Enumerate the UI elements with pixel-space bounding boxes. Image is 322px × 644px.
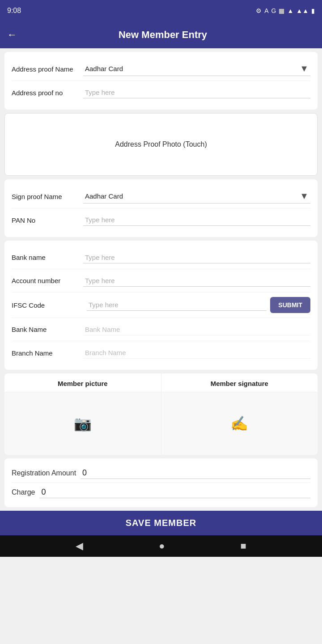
member-signature-upload[interactable]: ✍	[161, 392, 318, 455]
media-upload-row: 📷 ✍	[4, 392, 318, 455]
top-bar: ← New Member Entry	[0, 21, 322, 48]
nav-back-icon[interactable]: ◀	[76, 540, 83, 552]
address-proof-photo-label: Address Proof Photo (Touch)	[115, 139, 207, 150]
bank-details-section: Bank name Account number IFSC Code SUBMI…	[4, 241, 318, 370]
address-proof-name-row: Address proof Name Aadhar Card ▼	[12, 57, 310, 81]
address-proof-no-row: Address proof no	[12, 81, 310, 104]
member-signature-header: Member signature	[161, 373, 318, 392]
address-proof-photo-box[interactable]: Address Proof Photo (Touch)	[4, 113, 318, 176]
address-proof-name-value: Aadhar Card	[85, 65, 123, 72]
sign-proof-name-row: Sign proof Name Aadhar Card ▼	[12, 185, 310, 208]
address-proof-no-label: Address proof no	[12, 89, 83, 97]
bank-name-input[interactable]	[83, 252, 310, 263]
registration-amount-value: 0	[80, 467, 310, 479]
charge-label: Charge	[12, 488, 35, 496]
charge-value: 0	[39, 487, 310, 498]
sign-proof-section: Sign proof Name Aadhar Card ▼ PAN No	[4, 179, 318, 237]
pan-no-row: PAN No	[12, 208, 310, 232]
sign-dropdown-arrow-icon: ▼	[300, 191, 309, 201]
branch-name-auto-value: Branch Name	[83, 347, 310, 359]
pan-no-label: PAN No	[12, 216, 83, 224]
status-time: 9:08	[7, 7, 21, 15]
status-bar: 9:08 ⚙ A G ▦ ▲ ▲▲ ▮	[0, 0, 322, 21]
address-proof-section: Address proof Name Aadhar Card ▼ Address…	[4, 52, 318, 110]
registration-amount-label: Registration Amount	[12, 469, 76, 477]
back-icon: ←	[7, 29, 17, 41]
signature-upload-icon: ✍	[230, 415, 248, 432]
picture-upload-icon: 📷	[74, 415, 92, 432]
sign-proof-name-dropdown[interactable]: Aadhar Card ▼	[83, 189, 310, 203]
charge-row: Charge 0	[12, 483, 310, 502]
signal-icon: ▲▲	[296, 7, 309, 14]
g-icon: G	[271, 7, 276, 14]
account-number-input[interactable]	[83, 275, 310, 287]
address-proof-name-label: Address proof Name	[12, 65, 83, 73]
ifsc-input[interactable]	[87, 299, 267, 311]
sim-icon: ▦	[279, 7, 284, 14]
account-number-row: Account number	[12, 269, 310, 292]
settings-icon: ⚙	[256, 7, 262, 14]
a-icon: A	[264, 7, 268, 14]
ifsc-submit-button[interactable]: SUBMIT	[270, 297, 310, 313]
bank-name-auto-value: Bank Name	[83, 324, 310, 335]
account-number-label: Account number	[12, 277, 83, 284]
battery-icon: ▮	[311, 7, 315, 14]
dropdown-arrow-icon: ▼	[300, 64, 309, 74]
back-button[interactable]: ←	[7, 29, 17, 41]
nav-home-icon[interactable]: ●	[159, 540, 165, 552]
registration-amount-row: Registration Amount 0	[12, 464, 310, 483]
address-proof-name-dropdown[interactable]: Aadhar Card ▼	[83, 62, 310, 76]
media-header-row: Member picture Member signature	[4, 373, 318, 392]
bank-name-row: Bank name	[12, 246, 310, 269]
branch-name-label: Branch Name	[12, 349, 83, 357]
ifsc-row: IFSC Code SUBMIT	[12, 292, 310, 318]
address-proof-no-input[interactable]	[83, 87, 310, 98]
member-picture-header: Member picture	[4, 373, 161, 392]
media-section: Member picture Member signature 📷 ✍	[4, 373, 318, 455]
save-member-button[interactable]: SAVE MEMBER	[126, 518, 196, 528]
save-bar: SAVE MEMBER	[0, 511, 322, 535]
ifsc-label: IFSC Code	[12, 301, 83, 309]
bank-name-auto-label: Bank Name	[12, 326, 83, 333]
sign-proof-name-label: Sign proof Name	[12, 193, 83, 200]
bank-name-label: Bank name	[12, 254, 83, 261]
bank-name-auto-row: Bank Name Bank Name	[12, 318, 310, 341]
status-icons: ⚙ A G ▦ ▲ ▲▲ ▮	[256, 7, 315, 14]
page-title: New Member Entry	[24, 29, 301, 41]
form-content: Address proof Name Aadhar Card ▼ Address…	[0, 52, 322, 507]
sign-proof-name-value: Aadhar Card	[85, 192, 123, 200]
wifi-icon: ▲	[287, 7, 293, 14]
branch-name-row: Branch Name Branch Name	[12, 341, 310, 364]
pan-no-input[interactable]	[83, 214, 310, 226]
nav-recent-icon[interactable]: ■	[241, 540, 246, 552]
nav-bar: ◀ ● ■	[0, 535, 322, 557]
registration-section: Registration Amount 0 Charge 0	[4, 458, 318, 507]
member-picture-upload[interactable]: 📷	[4, 392, 161, 455]
